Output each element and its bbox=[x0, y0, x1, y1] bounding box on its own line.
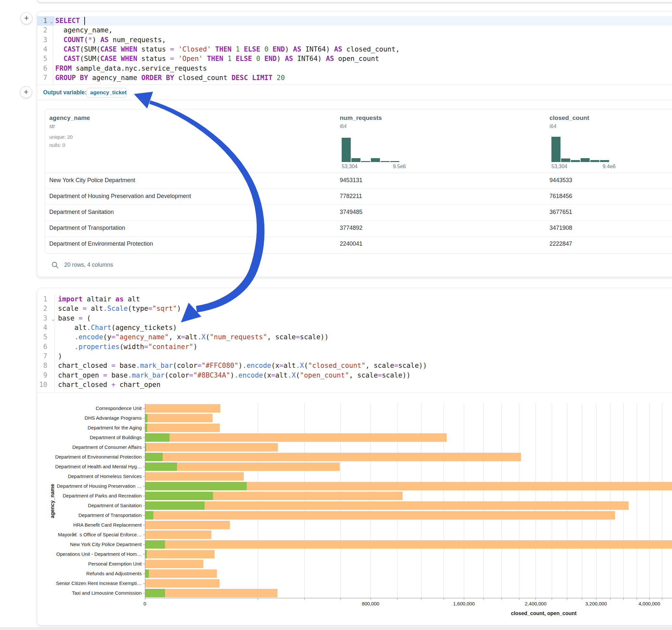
bar-closed-count[interactable] bbox=[145, 560, 203, 568]
line-number: 10 bbox=[37, 380, 47, 390]
bar-closed-count[interactable] bbox=[145, 453, 521, 461]
gutter-divider bbox=[53, 16, 53, 84]
add-cell-button-top[interactable]: + bbox=[20, 12, 32, 24]
x-axis-line bbox=[145, 598, 672, 598]
line-number: 5 bbox=[37, 333, 47, 342]
bar-closed-count[interactable] bbox=[145, 579, 219, 587]
y-axis-label: Mayorâ€ s Office of Special Enforce… bbox=[37, 530, 142, 539]
line-number: 7 bbox=[37, 352, 47, 361]
gridline bbox=[258, 404, 258, 598]
table-row[interactable]: New York City Police Department945313194… bbox=[45, 173, 672, 189]
gridline bbox=[610, 404, 610, 598]
y-axis-label: Operations Unit - Department of Hom… bbox=[37, 549, 142, 559]
histogram-bar bbox=[390, 161, 399, 162]
gridline bbox=[662, 404, 662, 598]
add-cell-button-middle[interactable]: + bbox=[20, 86, 32, 98]
bar-closed-count[interactable] bbox=[145, 511, 615, 519]
histogram-bar bbox=[581, 158, 590, 162]
bar-open-count[interactable] bbox=[145, 433, 170, 442]
bar-open-count[interactable] bbox=[145, 462, 177, 471]
notebook-page: + + 1234567 ⌄ SELECT agency_name, COUNT(… bbox=[0, 0, 672, 630]
line-number: 3 bbox=[37, 35, 47, 45]
histogram-bar bbox=[381, 161, 390, 162]
line-number: 9 bbox=[37, 371, 47, 380]
bar-closed-count[interactable] bbox=[145, 472, 244, 481]
cell-value: 3774892 bbox=[340, 224, 362, 232]
histogram-bar bbox=[571, 160, 580, 162]
code-line: CAST(SUM(CASE WHEN status = 'Closed' THE… bbox=[55, 45, 400, 54]
column-name: num_requests bbox=[340, 114, 382, 122]
search-icon[interactable] bbox=[51, 261, 59, 269]
x-axis-tick-label: 0 bbox=[144, 601, 146, 606]
x-axis-tick-label: 4,000,000 bbox=[639, 601, 660, 606]
line-number: 2 bbox=[37, 304, 47, 313]
line-number: 4 bbox=[37, 323, 47, 333]
y-axis-label: Department of Consumer Affairs bbox=[37, 442, 142, 452]
column-type: i64 bbox=[340, 123, 346, 129]
table-row[interactable]: Department of Housing Preservation and D… bbox=[45, 189, 672, 205]
histogram-min-label: 53,304 bbox=[551, 164, 567, 169]
gridline bbox=[519, 404, 519, 598]
bar-closed-count[interactable] bbox=[145, 540, 672, 549]
cell-agency-name: Department of Transportation bbox=[49, 224, 125, 232]
output-variable-chip[interactable]: agency_tickets bbox=[87, 88, 127, 98]
bar-closed-count[interactable] bbox=[145, 531, 211, 539]
line-number: 1 bbox=[37, 295, 47, 304]
sql-code-editor[interactable]: 1234567 ⌄ SELECT agency_name, COUNT(*) A… bbox=[37, 11, 672, 84]
cell-value: 3471908 bbox=[549, 224, 572, 232]
bar-open-count[interactable] bbox=[145, 589, 165, 597]
bar-open-count[interactable] bbox=[145, 501, 205, 510]
y-axis-label: DHS Advantage Programs bbox=[37, 413, 142, 423]
table-row[interactable]: Department of Environmental Protection22… bbox=[45, 237, 672, 252]
gridline bbox=[582, 404, 582, 598]
table-row[interactable]: Department of Transportation377489234719… bbox=[45, 221, 672, 237]
gridline bbox=[502, 404, 502, 598]
bar-open-count[interactable] bbox=[145, 423, 147, 432]
bar-open-count[interactable] bbox=[145, 540, 165, 549]
python-code-editor[interactable]: 12345678910 ⌄ import altair as altscale … bbox=[37, 288, 672, 392]
bar-open-count[interactable] bbox=[145, 511, 153, 519]
code-line: ) bbox=[58, 352, 427, 361]
histogram-min-label: 53,304 bbox=[342, 164, 358, 169]
code-line: FROM sample_data.nyc.service_requests bbox=[55, 64, 400, 73]
bar-open-count[interactable] bbox=[145, 414, 147, 422]
cell-agency-name: New York City Police Department bbox=[49, 177, 135, 184]
bar-closed-count[interactable] bbox=[145, 570, 217, 578]
code-line: SELECT bbox=[55, 16, 400, 26]
bar-closed-count[interactable] bbox=[145, 521, 230, 529]
histogram-bar bbox=[352, 158, 360, 162]
gutter-divider bbox=[54, 294, 55, 391]
column-stat: nulls: 0 bbox=[49, 142, 65, 148]
code-line: chart_closed + chart_open bbox=[58, 380, 427, 390]
bar-closed-count[interactable] bbox=[145, 404, 220, 413]
bar-open-count[interactable] bbox=[145, 453, 163, 461]
bar-open-count[interactable] bbox=[145, 570, 149, 578]
bar-closed-count[interactable] bbox=[145, 423, 220, 432]
code-line: .properties(width="container") bbox=[58, 342, 427, 352]
bar-closed-count[interactable] bbox=[145, 550, 215, 558]
bar-closed-count[interactable] bbox=[145, 501, 628, 510]
y-axis-label: Correspondence Unit bbox=[37, 404, 142, 413]
bar-open-count[interactable] bbox=[145, 492, 213, 500]
bar-closed-count[interactable] bbox=[145, 443, 278, 452]
line-number: 5 bbox=[37, 54, 47, 64]
gridline bbox=[370, 404, 371, 598]
line-number: 2 bbox=[37, 26, 47, 35]
column-type: i64 bbox=[549, 123, 556, 129]
cell-value: 9453131 bbox=[340, 177, 362, 184]
x-axis-tick-label: 800,000 bbox=[362, 601, 379, 606]
cell-value: 9443533 bbox=[549, 177, 572, 184]
cell-value: 7782211 bbox=[340, 193, 362, 200]
bar-closed-count[interactable] bbox=[145, 433, 447, 442]
output-variable-row: Output variable: agency_tickets bbox=[37, 84, 672, 100]
column-name: agency_name bbox=[49, 114, 90, 122]
table-row[interactable]: Department of Sanitation37494853677651 bbox=[45, 205, 672, 221]
bar-closed-count[interactable] bbox=[145, 414, 213, 422]
code-line: agency_name, bbox=[55, 26, 400, 35]
python-code: import altair as altscale = alt.Scale(ty… bbox=[58, 295, 427, 390]
bar-open-count[interactable] bbox=[145, 482, 247, 490]
y-axis-label: Taxi and Limousine Commission bbox=[37, 588, 142, 598]
histogram-bar bbox=[551, 137, 560, 162]
code-line: import altair as alt bbox=[58, 295, 427, 304]
y-axis-label: HRA Benefit Card Replacement bbox=[37, 520, 142, 530]
